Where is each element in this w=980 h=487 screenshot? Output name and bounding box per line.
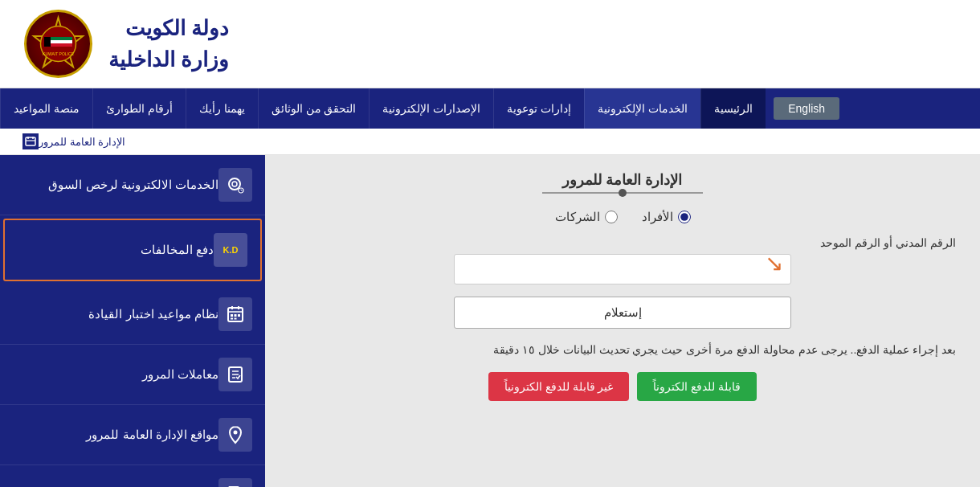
pdf-icon: PDF xyxy=(218,478,252,487)
radio-companies[interactable]: الشركات xyxy=(555,210,618,224)
nav-item-issuances[interactable]: الإصدارات الإلكترونية xyxy=(369,88,493,129)
nav-item-opinion[interactable]: يهمنا رأيك xyxy=(186,88,258,129)
section-title-text: الإدارة العامة للمرور xyxy=(562,171,682,189)
sidebar-item-pay-violations[interactable]: K.D دفع المخالفات xyxy=(3,219,262,281)
svg-rect-25 xyxy=(235,318,237,320)
sidebar-item-market-license-conditions[interactable]: PDF شروط منح رخص السوق لغير الكويتيين xyxy=(0,465,265,487)
calendar-grid-icon xyxy=(218,297,252,331)
svg-rect-21 xyxy=(231,314,233,317)
radio-companies-label: الشركات xyxy=(555,210,600,224)
site-title-line1: دولة الكويت xyxy=(108,13,229,44)
kd-label: K.D xyxy=(223,246,239,255)
payment-buttons: قابلة للدفع الكتروناً غير قابلة للدفع ال… xyxy=(289,372,956,401)
right-sidebar: الخدمات الالكترونية لرخص السوق K.D دفع ا… xyxy=(0,155,265,487)
svg-rect-22 xyxy=(235,314,237,317)
sidebar-item-driving-schedule[interactable]: نظام مواعيد اختبار القيادة xyxy=(0,284,265,345)
sidebar-item-market-licenses-label: الخدمات الالكترونية لرخص السوق xyxy=(13,178,218,192)
header-title: دولة الكويت وزارة الداخلية xyxy=(108,13,229,76)
nav-item-home[interactable]: الرئيسية xyxy=(700,88,766,129)
logo-image: KUWAIT POLICE xyxy=(24,10,92,78)
title-underline xyxy=(542,192,703,194)
english-button[interactable]: English xyxy=(774,97,839,120)
sidebar-item-traffic-transactions[interactable]: معاملات المرور xyxy=(0,345,265,405)
form-area: الإدارة العامة للمرور الأفراد الشركات ال… xyxy=(265,155,980,487)
civil-number-group: الرقم المدني أو الرقم الموحد ↘ xyxy=(289,236,956,284)
svg-point-11 xyxy=(229,178,240,190)
nav-item-eservices[interactable]: الخدمات الإلكترونية xyxy=(584,88,700,129)
section-title-container: الإدارة العامة للمرور xyxy=(289,171,956,194)
svg-point-13 xyxy=(232,182,237,186)
site-title-line2: وزارة الداخلية xyxy=(108,44,229,76)
breadcrumb-icon xyxy=(22,133,39,149)
civil-number-input[interactable] xyxy=(454,254,791,284)
arrow-indicator: ↘ xyxy=(765,250,783,276)
search-clock-icon xyxy=(218,168,252,202)
checklist-icon xyxy=(218,358,252,391)
sidebar-item-pay-violations-label: دفع المخالفات xyxy=(18,243,214,257)
header-logo: KUWAIT POLICE xyxy=(24,10,92,78)
location-icon xyxy=(218,418,252,452)
breadcrumb-text: الإدارة العامة للمرور xyxy=(39,136,125,148)
not-eligible-button[interactable]: غير قابلة للدفع الكترونياً xyxy=(488,372,630,401)
sidebar-item-traffic-locations[interactable]: مواقع الإدارة العامة للمرور xyxy=(0,405,265,465)
svg-rect-5 xyxy=(44,37,51,47)
nav-item-appointments[interactable]: منصة المواعيد xyxy=(0,88,92,129)
main-content: الإدارة العامة للمرور الأفراد الشركات ال… xyxy=(0,155,980,487)
svg-rect-7 xyxy=(26,137,35,145)
breadcrumb: الإدارة العامة للمرور xyxy=(0,129,980,155)
svg-point-30 xyxy=(234,431,238,435)
eligible-button[interactable]: قابلة للدفع الكتروناً xyxy=(637,372,757,401)
nav-item-awareness[interactable]: إدارات توعوية xyxy=(493,88,584,129)
radio-individuals[interactable]: الأفراد xyxy=(642,210,691,224)
svg-rect-23 xyxy=(238,314,240,317)
sidebar-item-traffic-locations-label: مواقع الإدارة العامة للمرور xyxy=(13,428,218,442)
sidebar-item-driving-schedule-label: نظام مواعيد اختبار القيادة xyxy=(13,307,218,321)
radio-individuals-label: الأفراد xyxy=(642,210,673,224)
page-header: دولة الكويت وزارة الداخلية KUWAIT POLICE xyxy=(0,0,980,88)
nav-item-verify[interactable]: التحقق من الوثائق xyxy=(258,88,370,129)
svg-rect-24 xyxy=(231,318,233,320)
radio-companies-input[interactable] xyxy=(605,211,618,223)
main-navbar: English الرئيسية الخدمات الإلكترونية إدا… xyxy=(0,88,980,129)
query-button[interactable]: إستعلام xyxy=(454,297,791,329)
kd-icon: K.D xyxy=(214,233,247,267)
svg-text:KUWAIT POLICE: KUWAIT POLICE xyxy=(43,51,75,56)
sidebar-item-traffic-transactions-label: معاملات المرور xyxy=(13,367,218,382)
nav-item-emergency[interactable]: أرقام الطوارئ xyxy=(92,88,186,129)
info-text: بعد إجراء عملية الدفع.. يرجى عدم محاولة … xyxy=(474,341,956,360)
civil-number-label: الرقم المدني أو الرقم الموحد xyxy=(289,236,956,249)
radio-individuals-input[interactable] xyxy=(678,211,691,223)
sidebar-item-market-licenses[interactable]: الخدمات الالكترونية لرخص السوق xyxy=(0,155,265,215)
radio-group: الأفراد الشركات xyxy=(289,210,956,224)
